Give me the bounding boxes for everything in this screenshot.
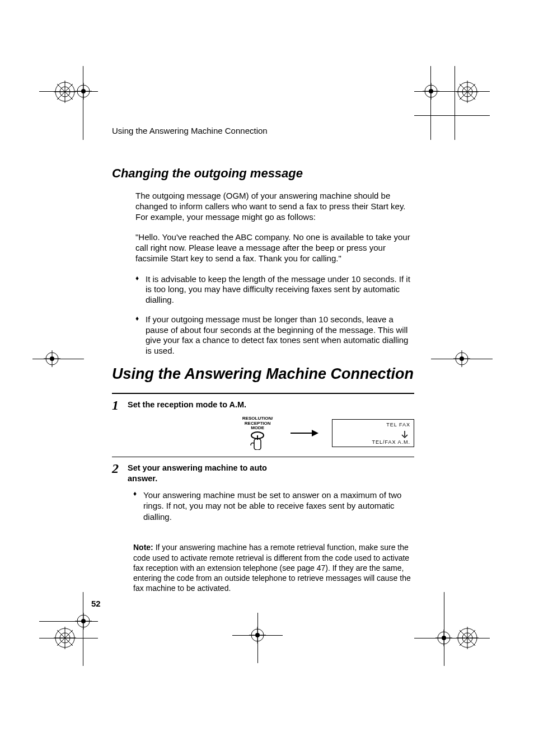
step-text: Set the reception mode to A.M. bbox=[128, 400, 246, 410]
content-area: Using the Answering Machine Connection C… bbox=[112, 126, 414, 599]
button-label-line: RECEPTION MODE bbox=[245, 421, 271, 431]
step-number: 1 bbox=[112, 398, 128, 412]
step-block: 2 Set your answering machine to auto ans… bbox=[112, 457, 414, 593]
bullet-item: Your answering machine must be set to an… bbox=[133, 490, 414, 523]
button-label-line: RESOLUTION/ bbox=[242, 416, 273, 421]
section-heading: Changing the outgoing message bbox=[112, 166, 414, 181]
note-text: If your answering machine has a remote r… bbox=[133, 543, 411, 593]
arrow-right-icon bbox=[291, 429, 318, 438]
body-paragraph: "Hello. You've reached the ABC company. … bbox=[135, 232, 414, 264]
page: Using the Answering Machine Connection C… bbox=[0, 0, 534, 756]
svg-marker-54 bbox=[312, 430, 318, 436]
step-number: 2 bbox=[112, 462, 128, 475]
registration-mark-icon bbox=[456, 81, 479, 103]
running-head: Using the Answering Machine Connection bbox=[112, 126, 414, 135]
body-paragraph: The outgoing message (OGM) of your answe… bbox=[135, 191, 414, 222]
chapter-heading: Using the Answering Machine Connection bbox=[112, 365, 414, 383]
button-press-icon: RESOLUTION/RECEPTION MODE bbox=[238, 416, 277, 450]
step-diagram: RESOLUTION/RECEPTION MODE TEL bbox=[238, 416, 414, 450]
lcd-line-bottom: TEL/FAX A.M. bbox=[372, 439, 410, 445]
bullet-item: It is advisable to keep the length of th… bbox=[135, 274, 414, 306]
arrow-down-icon bbox=[401, 431, 408, 440]
note-paragraph: Note: If your answering machine has a re… bbox=[133, 542, 414, 593]
step-block: 1 Set the reception mode to A.M. RESOLUT… bbox=[112, 393, 414, 450]
press-button-icon bbox=[246, 431, 269, 450]
registration-mark-icon bbox=[54, 81, 76, 103]
note-label: Note: bbox=[133, 543, 153, 552]
lcd-display: TEL FAX TEL/FAX A.M. bbox=[332, 419, 414, 447]
step-text: Set your answering machine to auto answe… bbox=[128, 463, 284, 484]
page-number: 52 bbox=[91, 599, 101, 608]
bullet-item: If your outgoing message must be longer … bbox=[135, 314, 414, 356]
lcd-line-top: TEL FAX bbox=[386, 422, 410, 428]
